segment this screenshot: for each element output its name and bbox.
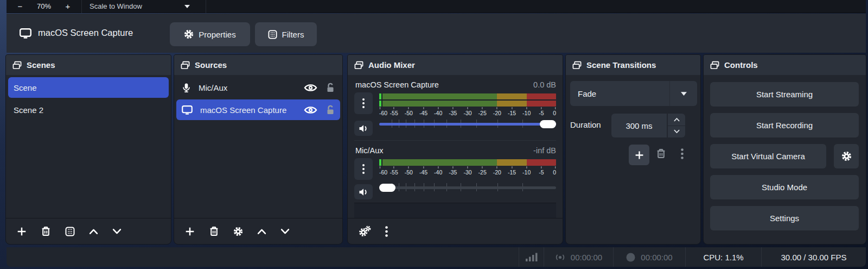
cascade-windows-icon — [710, 61, 719, 70]
mixer-db-value: -inf dB — [533, 146, 556, 155]
scene-list-item[interactable]: Scene — [8, 77, 169, 98]
audio-mixer-panel: Audio Mixer macOS Screen Capture 0.0 dB … — [347, 54, 563, 245]
caret-down-icon — [670, 91, 697, 96]
db-tick: -55 — [390, 107, 398, 116]
transition-select[interactable]: Fade — [570, 81, 697, 106]
volume-slider[interactable] — [379, 183, 556, 192]
gear-icon — [233, 227, 243, 236]
mixer-menu-button[interactable] — [385, 226, 388, 237]
zoom-out-button[interactable]: − — [13, 2, 27, 10]
kebab-icon — [362, 164, 365, 174]
source-list-item[interactable]: macOS Screen Capture — [176, 99, 340, 120]
source-properties-button[interactable] — [233, 227, 243, 236]
scenes-panel: Scenes Scene Scene 2 — [5, 54, 171, 245]
move-scene-up-button[interactable] — [89, 228, 98, 235]
add-scene-button[interactable] — [17, 227, 27, 236]
properties-button[interactable]: Properties — [170, 22, 250, 46]
move-scene-down-button[interactable] — [112, 228, 122, 235]
volume-meter: -60 -55 -50 -45 -40 -35 -30 -25 -20 -15 … — [379, 93, 556, 116]
db-tick: 0 — [553, 107, 556, 116]
move-source-up-button[interactable] — [257, 228, 266, 235]
selected-source-toolbar: macOS Screen Capture Properties Filters — [7, 14, 866, 53]
volume-slider[interactable] — [379, 119, 556, 129]
display-icon — [20, 28, 31, 39]
visibility-eye-icon[interactable] — [304, 83, 317, 92]
remove-source-button[interactable] — [209, 226, 219, 236]
scene-filters-button[interactable] — [65, 227, 75, 236]
sources-panel-header: Sources — [174, 55, 342, 75]
start-streaming-button[interactable]: Start Streaming — [710, 82, 859, 107]
db-tick: -40 — [434, 107, 442, 116]
mixer-scroll-area — [354, 203, 556, 218]
divider — [354, 140, 556, 141]
move-source-down-button[interactable] — [280, 228, 290, 235]
db-tick: -15 — [508, 107, 516, 116]
transition-options-button[interactable] — [681, 148, 684, 159]
panel-title: Controls — [724, 60, 758, 70]
db-tick: -5 — [539, 166, 544, 176]
plus-icon — [635, 151, 644, 160]
unlock-icon[interactable] — [326, 105, 335, 115]
speaker-icon — [359, 188, 368, 196]
trash-icon — [656, 148, 666, 159]
slider-handle[interactable] — [379, 184, 395, 192]
start-virtual-camera-button[interactable]: Start Virtual Camera — [710, 144, 826, 168]
preview-zoom-bar: − 70% + Scale to Window — [7, 0, 866, 13]
mute-button[interactable] — [354, 121, 373, 136]
broadcast-icon — [555, 253, 565, 262]
caret-down-icon[interactable] — [176, 4, 198, 9]
add-transition-button[interactable] — [629, 145, 649, 165]
filters-icon — [65, 227, 75, 236]
gear-icon — [841, 151, 852, 161]
settings-button[interactable]: Settings — [710, 206, 859, 230]
scene-list-item[interactable]: Scene 2 — [8, 99, 169, 120]
stream-health-segment — [519, 247, 544, 267]
sources-panel: Sources Mic/Aux — [174, 54, 343, 245]
source-list-item[interactable]: Mic/Aux — [176, 77, 340, 98]
mixer-options-button[interactable] — [354, 92, 373, 114]
spin-up-button[interactable] — [668, 114, 685, 126]
db-tick: -60 — [379, 166, 387, 176]
chevron-up-icon — [257, 228, 266, 235]
display-icon — [182, 105, 193, 115]
spin-down-button[interactable] — [668, 126, 685, 138]
stream-time: 00:00:00 — [571, 253, 602, 262]
mixer-track: Mic/Aux -inf dB -60 -55 -50 -45 -40 -35 — [354, 144, 556, 199]
panel-title: Audio Mixer — [368, 60, 415, 70]
db-tick: -5 — [539, 107, 544, 116]
visibility-eye-icon[interactable] — [304, 105, 317, 115]
panel-title: Scenes — [27, 60, 55, 70]
start-recording-button[interactable]: Start Recording — [710, 113, 859, 137]
advanced-audio-button[interactable] — [359, 226, 371, 237]
mixer-db-value: 0.0 dB — [533, 80, 556, 89]
duration-spinbox[interactable]: 300 ms — [611, 114, 667, 137]
filters-icon — [268, 30, 277, 39]
add-source-button[interactable] — [185, 227, 195, 236]
cascade-windows-icon — [572, 61, 582, 70]
studio-mode-button[interactable]: Studio Mode — [710, 175, 859, 199]
filters-button[interactable]: Filters — [255, 22, 317, 46]
mute-button[interactable] — [354, 184, 373, 199]
db-tick: 0 — [553, 166, 556, 176]
cpu-usage: CPU: 1.1% — [685, 247, 761, 267]
scale-mode-select[interactable]: Scale to Window — [90, 2, 174, 10]
chevron-down-icon — [112, 228, 122, 235]
db-tick: -30 — [463, 166, 471, 176]
audio-mixer-panel-header: Audio Mixer — [348, 55, 563, 75]
slider-handle[interactable] — [540, 120, 556, 128]
zoom-in-button[interactable]: + — [61, 2, 75, 10]
mixer-options-button[interactable] — [354, 158, 373, 180]
kebab-icon — [385, 226, 388, 237]
volume-meter: -60 -55 -50 -45 -40 -35 -30 -25 -20 -15 … — [379, 159, 556, 180]
record-time: 00:00:00 — [641, 253, 672, 262]
cascade-windows-icon — [12, 61, 22, 70]
microphone-icon — [182, 83, 191, 93]
remove-transition-button[interactable] — [656, 148, 666, 159]
db-tick: -25 — [478, 107, 487, 116]
unlock-icon[interactable] — [326, 83, 335, 92]
scenes-toolbar — [6, 218, 171, 244]
scene-transitions-panel: Scene Transitions Fade Duration 300 ms — [565, 54, 701, 245]
divider — [206, 0, 206, 13]
virtual-camera-settings-button[interactable] — [834, 144, 859, 168]
remove-scene-button[interactable] — [41, 226, 51, 236]
